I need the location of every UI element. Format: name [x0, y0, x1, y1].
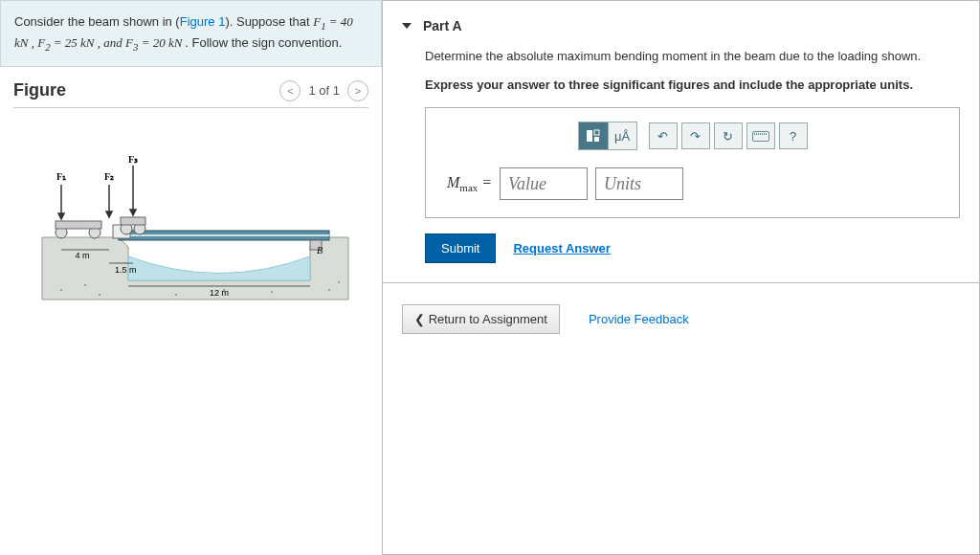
svg-rect-34 — [587, 130, 592, 142]
svg-text:4 m: 4 m — [75, 251, 89, 260]
svg-marker-21 — [106, 211, 112, 217]
figure-next-button[interactable]: > — [347, 80, 368, 101]
svg-text:F₃: F₃ — [128, 154, 138, 165]
svg-rect-17 — [121, 217, 145, 225]
svg-point-5 — [271, 291, 273, 293]
svg-text:12 m: 12 m — [210, 288, 229, 298]
redo-button[interactable]: ↷ — [681, 122, 710, 149]
units-tool-button[interactable]: μÅ — [608, 122, 636, 149]
collapse-caret-icon — [402, 23, 412, 29]
answer-toolbar: μÅ ↶ ↷ ↻ ? — [437, 122, 947, 150]
svg-marker-23 — [130, 210, 136, 215]
svg-rect-36 — [594, 137, 599, 142]
figure-nav: < 1 of 1 > — [279, 80, 368, 101]
svg-rect-16 — [56, 221, 101, 229]
problem-after-link: ). Suppose that — [225, 14, 313, 29]
problem-prefix: Consider the beam shown in ( — [14, 14, 180, 29]
instruction-1: Determine the absolute maximum bending m… — [425, 47, 960, 66]
request-answer-link[interactable]: Request Answer — [513, 241, 610, 255]
figure-title: Figure — [13, 80, 66, 100]
svg-point-3 — [175, 294, 177, 296]
svg-point-0 — [60, 289, 62, 291]
svg-text:F₂: F₂ — [104, 171, 114, 182]
reset-button[interactable]: ↻ — [714, 122, 743, 149]
part-title: Part A — [423, 18, 462, 33]
answer-variable-label: Mmax = — [447, 174, 492, 193]
svg-marker-19 — [58, 213, 64, 219]
figure-link[interactable]: Figure 1 — [180, 14, 226, 29]
instruction-2: Express your answer to three significant… — [425, 76, 960, 95]
svg-point-1 — [84, 284, 86, 286]
keyboard-button[interactable] — [746, 122, 775, 149]
figure-prev-button[interactable]: < — [279, 80, 301, 101]
problem-statement: Consider the beam shown in (Figure 1). S… — [0, 0, 382, 67]
undo-button[interactable]: ↶ — [649, 122, 678, 149]
answer-box: μÅ ↶ ↷ ↻ ? Mmax = — [425, 107, 960, 218]
problem-tail: Follow the sign convention. — [189, 35, 342, 50]
svg-text:F₁: F₁ — [56, 171, 66, 182]
figure-header: Figure < 1 of 1 > — [13, 80, 368, 108]
figure-diagram: F₁ F₂ F₃ B 4 m 1.5 m 12 m — [33, 146, 358, 319]
svg-text:1.5 m: 1.5 m — [115, 265, 137, 275]
figure-nav-text: 1 of 1 — [308, 83, 340, 98]
value-input[interactable] — [500, 167, 588, 200]
svg-text:B: B — [317, 245, 323, 255]
provide-feedback-link[interactable]: Provide Feedback — [589, 312, 689, 326]
keyboard-icon — [752, 131, 769, 142]
svg-point-7 — [338, 281, 340, 283]
svg-rect-35 — [594, 130, 599, 135]
submit-button[interactable]: Submit — [425, 233, 496, 263]
return-to-assignment-button[interactable]: ❮ Return to Assignment — [402, 304, 560, 334]
part-a-header[interactable]: Part A — [383, 1, 979, 47]
template-tool-button[interactable] — [579, 122, 608, 149]
svg-point-6 — [328, 289, 330, 291]
svg-point-2 — [99, 294, 100, 296]
units-input[interactable] — [595, 167, 683, 200]
help-button[interactable]: ? — [779, 122, 808, 149]
